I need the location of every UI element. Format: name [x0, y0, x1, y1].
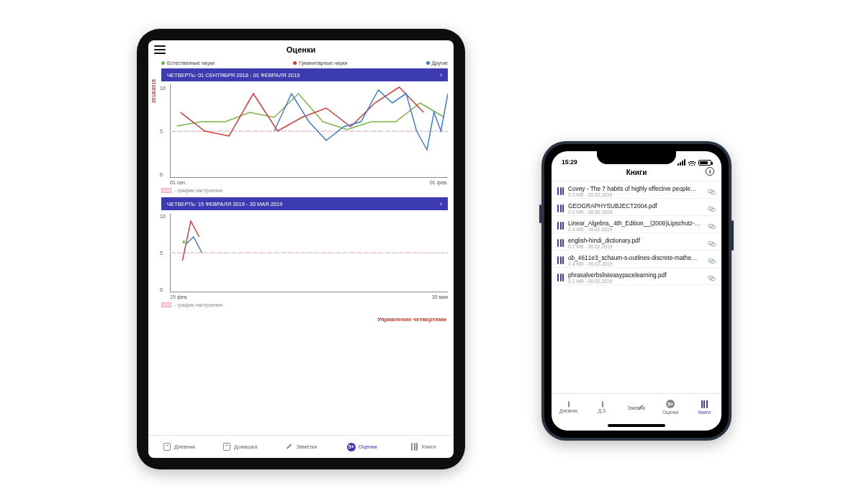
link-icon[interactable]	[708, 257, 716, 264]
home-indicator[interactable]	[552, 420, 721, 431]
tab-homework[interactable]: Домашка	[210, 436, 271, 458]
file-meta: 0.2 MB - 28.02.2019	[568, 244, 703, 249]
tab-books[interactable]: Книги	[392, 436, 454, 458]
file-row[interactable]: Linear_Algebra,_4th_Edition__(2009)Lipsc…	[552, 216, 721, 233]
file-name: ob_4611e3_schaum-s-outlines-discrete-mat…	[568, 254, 703, 261]
file-name: english-hindi_dictionary.pdf	[568, 237, 703, 244]
period-2-header[interactable]: ЧЕТВЕРТЬ: 15 ФЕВРАЛЯ 2019 - 30 МАЯ 2019 …	[161, 197, 448, 210]
file-name: GEOGRAPHYSUBJECT2004.pdf	[568, 202, 703, 210]
book-icon	[557, 239, 564, 247]
homework-icon	[602, 402, 603, 407]
ipad-tab-bar: Дневник Домашка Заметки 5+ Оценки Книги	[148, 435, 454, 458]
book-icon	[557, 204, 564, 212]
tab-label: Заметки	[297, 444, 318, 450]
legend-label: Другие	[432, 60, 448, 66]
manage-quarters-link[interactable]: Управление четвертями	[148, 316, 446, 323]
page-title: Оценки	[287, 45, 315, 54]
pencil-icon	[285, 443, 294, 451]
file-row[interactable]: english-hindi_dictionary.pdf0.2 MB - 28.…	[552, 233, 721, 251]
legend-dot-icon	[161, 61, 165, 65]
info-icon[interactable]: i	[706, 167, 714, 176]
file-row[interactable]: phrasalverbslisteasypacelearning.pdf0.1 …	[552, 268, 721, 285]
legend-dot-icon	[426, 61, 430, 65]
ytick: 0	[160, 171, 163, 176]
mood-caption-1: - график настроения	[161, 188, 448, 193]
file-meta: 0.3 MB - 28.02.2019	[568, 192, 703, 197]
tab-label: Книги	[422, 444, 436, 450]
book-icon	[557, 256, 564, 264]
notch	[597, 151, 676, 164]
ptab-grades[interactable]: 5+ Оценки	[654, 394, 688, 420]
xtick-start: 01 сен.	[170, 180, 186, 185]
hamburger-icon[interactable]	[154, 45, 166, 54]
ytick: 10	[160, 214, 166, 219]
xtick-end: 01 фев.	[430, 180, 448, 185]
academic-year-label: 2018/2019	[151, 79, 156, 103]
ptab-label: Дневник	[559, 408, 577, 413]
mood-swatch-icon	[161, 302, 171, 307]
link-icon[interactable]	[708, 205, 716, 212]
book-icon	[557, 222, 564, 230]
grades-chart-1: 10 5 0 01 сен. 01 фев.	[161, 84, 448, 178]
battery-icon	[698, 160, 711, 166]
ipad-screen: Оценки 2018/2019 Естественные науки Гума…	[148, 40, 454, 458]
mood-caption-text: - график настроения	[174, 188, 222, 193]
grades-chart-2: 10 5 0 15 фев. 30 мая	[161, 213, 448, 292]
legend-item-other: Другие	[426, 60, 448, 66]
iphone-screen: 15:29 Книги i Covey - The 7 habits of hi…	[552, 151, 721, 431]
legend-dot-icon	[293, 61, 297, 65]
svg-point-0	[182, 240, 185, 243]
ytick: 5	[160, 129, 163, 134]
mood-caption-text: - график настроения	[174, 302, 222, 307]
file-row[interactable]: ob_4611e3_schaum-s-outlines-discrete-mat…	[552, 251, 721, 268]
file-name: Covey - The 7 habits of highly effective…	[568, 185, 703, 192]
tab-diary[interactable]: Дневник	[148, 436, 210, 458]
link-icon[interactable]	[708, 274, 716, 282]
period-2-label: ЧЕТВЕРТЬ: 15 ФЕВРАЛЯ 2019 - 30 МАЯ 2019	[167, 201, 282, 207]
ptab-diary[interactable]: Дневник	[552, 394, 585, 420]
tab-label: Дневник	[174, 444, 195, 450]
phone-tab-bar: Дневник Д.З. Заметки 5+ Оценки	[552, 393, 721, 420]
tab-notes[interactable]: Заметки	[271, 436, 332, 458]
file-meta: 2.4 MB - 28.02.2019	[568, 227, 703, 232]
ytick: 10	[160, 86, 166, 91]
grades-badge-icon: 5+	[347, 443, 356, 451]
tab-label: Домашка	[234, 444, 257, 450]
period-1-header[interactable]: ЧЕТВЕРТЬ: 01 СЕНТЯБРЯ 2018 - 01 ФЕВРАЛЯ …	[161, 68, 448, 81]
ptab-notes[interactable]: Заметки	[619, 394, 653, 420]
grades-badge-icon: 5+	[666, 400, 675, 408]
xtick-end: 30 мая	[432, 294, 448, 300]
tab-label: Оценки	[359, 444, 377, 450]
tab-grades[interactable]: 5+ Оценки	[331, 436, 392, 458]
mood-swatch-icon	[161, 188, 171, 193]
ptab-books[interactable]: Книги	[688, 394, 721, 420]
legend-item-natural: Естественные науки	[161, 60, 215, 66]
books-icon	[701, 400, 708, 408]
ptab-label: Д.З.	[598, 408, 607, 413]
ptab-homework[interactable]: Д.З.	[585, 394, 619, 420]
ptab-label: Книги	[698, 410, 711, 415]
phone-header: Книги i	[552, 167, 721, 181]
file-name: phrasalverbslisteasypacelearning.pdf	[568, 271, 703, 279]
mood-caption-2: - график настроения	[161, 302, 448, 307]
chart-2-plot	[170, 213, 448, 292]
diary-icon	[568, 402, 570, 407]
file-list: Covey - The 7 habits of highly effective…	[552, 181, 721, 393]
chart-legend: Естественные науки Гуманитарные науки Др…	[148, 59, 454, 68]
ptab-label: Оценки	[662, 410, 678, 415]
phone-page-title: Книги	[626, 168, 647, 176]
file-name: Linear_Algebra,_4th_Edition__(2009)Lipsc…	[568, 220, 703, 227]
link-icon[interactable]	[708, 222, 716, 230]
link-icon[interactable]	[708, 188, 716, 195]
file-row[interactable]: GEOGRAPHYSUBJECT2004.pdf0.2 MB - 28.02.2…	[552, 199, 721, 216]
chevron-right-icon: ›	[440, 71, 442, 78]
period-1-label: ЧЕТВЕРТЬ: 01 СЕНТЯБРЯ 2018 - 01 ФЕВРАЛЯ …	[167, 72, 300, 78]
file-meta: 0.1 MB - 28.02.2019	[568, 279, 703, 284]
file-meta: 2.4 MB - 28.02.2019	[568, 261, 703, 266]
wifi-icon	[688, 160, 696, 166]
link-icon[interactable]	[708, 240, 716, 247]
legend-item-humanities: Гуманитарные науки	[293, 60, 347, 66]
file-meta: 0.2 MB - 28.02.2019	[568, 210, 703, 215]
book-icon	[557, 187, 564, 195]
file-row[interactable]: Covey - The 7 habits of highly effective…	[552, 181, 721, 199]
